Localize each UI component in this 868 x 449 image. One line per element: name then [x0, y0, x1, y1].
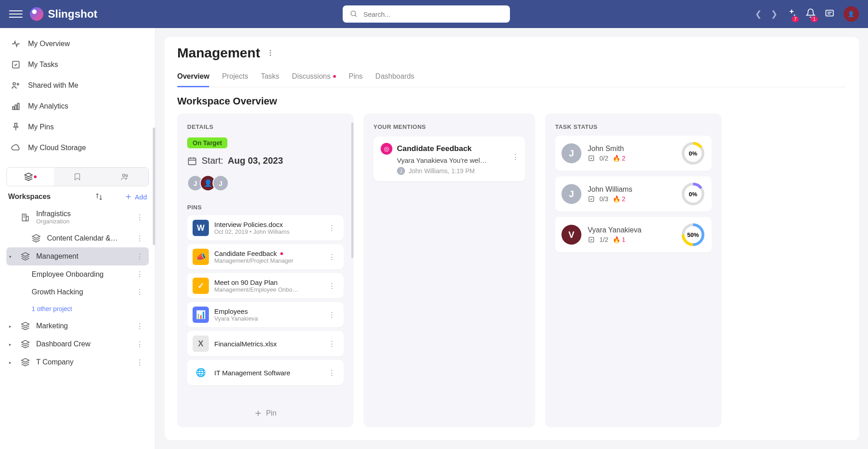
more-icon[interactable]: ⋮ — [133, 358, 146, 367]
pin-body: Employees Vyara Yanakieva — [214, 307, 320, 322]
workspace-icon — [20, 358, 31, 367]
progress-label: 0% — [689, 150, 698, 157]
more-icon[interactable]: ⋮ — [326, 340, 338, 348]
pink-dot-icon — [34, 175, 37, 178]
workspace-icon — [20, 213, 31, 222]
sidebar-nav-item[interactable]: My Analytics — [6, 96, 149, 117]
start-date-row: Start: Aug 03, 2023 — [187, 156, 344, 166]
pin-item[interactable]: 📊 Employees Vyara Yanakieva ⋮ — [187, 302, 344, 327]
progress-label: 50% — [687, 232, 699, 238]
svg-rect-22 — [189, 158, 196, 165]
brand-name: Slingshot — [48, 8, 97, 20]
progress-ring: 0% — [681, 182, 705, 206]
search-input[interactable] — [363, 10, 503, 18]
notifications-icon[interactable]: 1 — [806, 8, 816, 20]
page-title: Management — [177, 45, 260, 61]
more-icon[interactable]: ⋮ — [133, 322, 146, 331]
details-scrollbar[interactable] — [351, 123, 354, 258]
more-icon[interactable]: ⋮ — [133, 270, 146, 279]
workspace-child-item[interactable]: Employee Onboarding ⋮ — [6, 265, 149, 283]
task-status-item[interactable]: J John Smith 0/2 🔥 2 0% — [555, 136, 712, 171]
nav-label: My Pins — [28, 123, 54, 131]
workspace-item[interactable]: ▸ T Company ⋮ — [6, 353, 149, 371]
ai-assistant-icon[interactable]: 7 — [787, 8, 797, 20]
chevron-icon[interactable]: ▸ — [9, 342, 14, 347]
pin-item[interactable]: X FinancialMetrics.xlsx ⋮ — [187, 331, 344, 356]
other-projects-link[interactable]: 1 other project — [6, 301, 149, 317]
ws-label: Growth Hacking — [32, 288, 128, 296]
status-badge: On Target — [187, 137, 227, 148]
pin-item[interactable]: 📣 Candidate Feedback Management/Project … — [187, 244, 344, 269]
more-icon[interactable]: ⋮ — [326, 369, 338, 377]
hamburger-menu[interactable] — [9, 7, 23, 21]
more-icon[interactable]: ⋮ — [512, 153, 519, 161]
nav-back[interactable]: ❮ — [755, 9, 762, 19]
more-icon[interactable]: ⋮ — [326, 253, 338, 261]
pin-item[interactable]: W Interview Policies.docx Oct 02, 2019 •… — [187, 215, 344, 241]
sidebar-nav-item[interactable]: Shared with Me — [6, 75, 149, 96]
tab-tasks[interactable]: Tasks — [261, 69, 279, 87]
view-people[interactable] — [101, 168, 148, 186]
sidebar-nav-item[interactable]: My Overview — [6, 33, 149, 54]
pin-item[interactable]: 🌐 IT Management Software ⋮ — [187, 360, 344, 385]
user-avatar[interactable]: 👤 — [844, 6, 859, 22]
workspace-item[interactable]: ▾ Management ⋮ — [6, 247, 149, 265]
workspace-item[interactable]: Content Calendar &… ⋮ — [6, 229, 149, 247]
mention-meta: J John Williams, 1:19 PM — [381, 167, 518, 175]
tab-discussions[interactable]: Discussions — [292, 69, 336, 87]
workspace-item[interactable]: ▸ Dashboard Crew ⋮ — [6, 335, 149, 353]
search-box[interactable] — [343, 5, 510, 23]
chevron-icon[interactable]: ▸ — [9, 360, 14, 365]
plus-icon — [254, 409, 262, 417]
tab-dashboards[interactable]: Dashboards — [375, 69, 414, 87]
task-status-item[interactable]: V Vyara Yanakieva 1/2 🔥 1 50% — [555, 217, 712, 252]
scrollbar[interactable] — [153, 128, 155, 245]
view-bookmarks[interactable] — [54, 168, 101, 186]
chat-icon[interactable] — [825, 8, 835, 20]
svg-rect-8 — [13, 107, 14, 109]
checklist-icon — [588, 236, 595, 243]
pin-item[interactable]: ✓ Meet on 90 Day Plan Management/Employe… — [187, 273, 344, 298]
sidebar-nav-item[interactable]: My Pins — [6, 117, 149, 137]
mention-body: Vyara Yanakieva You're wel… — [381, 156, 518, 164]
ai-badge: 7 — [792, 16, 799, 22]
workspace-icon — [31, 234, 42, 243]
member-avatars[interactable]: J 👤 J — [187, 175, 344, 191]
pin-file-icon: 📊 — [193, 307, 209, 323]
sidebar-nav-item[interactable]: My Tasks — [6, 54, 149, 75]
view-workspaces[interactable] — [7, 168, 54, 186]
unread-dot-icon — [333, 75, 336, 78]
more-icon[interactable]: ⋮ — [133, 340, 146, 349]
more-vertical-icon[interactable] — [266, 49, 274, 57]
more-icon[interactable]: ⋮ — [326, 282, 338, 290]
more-icon[interactable]: ⋮ — [133, 234, 146, 243]
ws-sublabel: Organization — [36, 218, 128, 225]
nav-icon — [11, 80, 21, 90]
workspace-child-item[interactable]: Growth Hacking ⋮ — [6, 283, 149, 301]
mention-item[interactable]: ◎ Candidate Feedback Vyara Yanakieva You… — [373, 137, 525, 181]
tab-pins[interactable]: Pins — [349, 69, 363, 87]
sidebar-nav-item[interactable]: My Cloud Storage — [6, 137, 149, 158]
logo[interactable]: Slingshot — [30, 7, 97, 21]
nav-forward[interactable]: ❯ — [771, 9, 778, 19]
tab-projects[interactable]: Projects — [222, 69, 248, 87]
task-count: 0/2 — [599, 155, 608, 162]
more-icon[interactable]: ⋮ — [133, 288, 146, 296]
add-workspace-button[interactable]: Add — [125, 193, 147, 201]
chevron-icon[interactable]: ▾ — [9, 254, 14, 259]
more-icon[interactable]: ⋮ — [326, 224, 338, 232]
ws-label: Management — [36, 252, 78, 260]
chevron-icon[interactable]: ▸ — [9, 324, 14, 329]
more-icon[interactable]: ⋮ — [133, 252, 146, 261]
task-avatar: J — [561, 143, 581, 163]
pin-button[interactable]: Pin — [187, 405, 344, 417]
details-card: DETAILS On Target Start: Aug 03, 2023 J … — [177, 113, 354, 427]
more-icon[interactable]: ⋮ — [326, 311, 338, 319]
tab-overview[interactable]: Overview — [177, 69, 209, 87]
workspace-item[interactable]: InfragisticsOrganization ⋮ — [6, 205, 149, 229]
sort-icon[interactable] — [95, 193, 103, 201]
more-icon[interactable]: ⋮ — [133, 213, 146, 222]
nav-label: My Analytics — [28, 102, 68, 110]
task-status-item[interactable]: J John Williams 0/3 🔥 2 0% — [555, 176, 712, 212]
workspace-item[interactable]: ▸ Marketing ⋮ — [6, 317, 149, 335]
